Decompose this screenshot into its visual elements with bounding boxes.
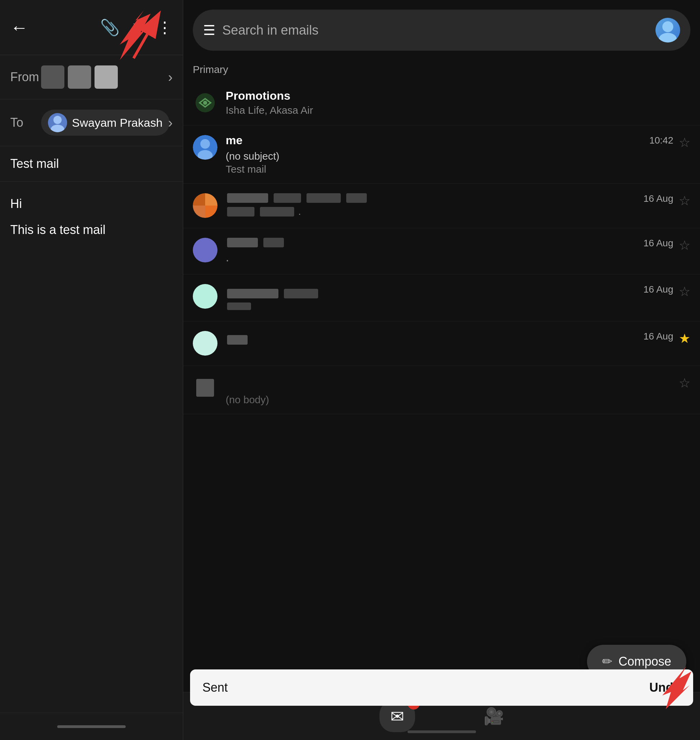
- toolbar-actions: 📎 ➤ ⋮: [100, 18, 173, 37]
- svg-rect-19: [196, 379, 214, 397]
- star-icon-2[interactable]: ☆: [679, 193, 690, 208]
- user-avatar[interactable]: [656, 18, 680, 43]
- email-item-me[interactable]: me (no subject) Test mail 10:42 ☆: [183, 125, 700, 184]
- section-primary-label: Primary: [183, 60, 700, 81]
- svg-point-6: [659, 33, 677, 43]
- svg-rect-14: [193, 206, 205, 218]
- svg-rect-12: [193, 193, 205, 206]
- email-time-3: 16 Aug: [644, 238, 673, 249]
- svg-rect-13: [205, 193, 218, 206]
- compose-label: Compose: [619, 655, 671, 669]
- from-avatar-3: [94, 65, 118, 89]
- star-icon-3[interactable]: ☆: [679, 238, 690, 253]
- email-time-2: 16 Aug: [644, 193, 673, 204]
- email-item-5[interactable]: 16 Aug ★: [183, 321, 700, 366]
- bottom-handle: [57, 725, 126, 728]
- blurred-preview-4a: [227, 302, 251, 310]
- to-field-row: To Swayam Prakash ›: [0, 99, 183, 146]
- blurred-sender-4a: [227, 289, 278, 298]
- blurred-preview-2b: [260, 207, 294, 217]
- from-label: From: [10, 70, 41, 84]
- svg-rect-17: [193, 284, 218, 309]
- email-content-5: [226, 330, 638, 350]
- email-time-5: 16 Aug: [644, 331, 673, 342]
- search-bar[interactable]: ☰ Search in emails: [193, 10, 690, 51]
- from-avatar-2: [68, 65, 91, 89]
- blurred-sender-2d: [346, 193, 367, 203]
- email-time-4: 16 Aug: [644, 284, 673, 295]
- email-time-me: 10:42: [649, 135, 673, 146]
- more-options-icon[interactable]: ⋮: [157, 18, 173, 37]
- email-content-3: .: [226, 236, 638, 266]
- email-preview-me: Test mail: [226, 164, 644, 175]
- email-avatar-5: [193, 331, 218, 355]
- svg-point-10: [200, 139, 210, 149]
- body-line1: Hi: [10, 194, 173, 214]
- compose-icon: ✏: [602, 655, 612, 669]
- from-field-row: From ›: [0, 55, 183, 99]
- snackbar-text: Sent: [202, 680, 228, 695]
- email-content-2: .: [226, 192, 638, 219]
- svg-point-5: [662, 21, 673, 32]
- promotions-preview: Isha Life, Akasa Air: [226, 105, 690, 116]
- body-line2: This is a test mail: [10, 220, 173, 240]
- menu-icon[interactable]: ☰: [203, 22, 215, 38]
- from-avatars[interactable]: [41, 65, 118, 89]
- email-item-2[interactable]: . 16 Aug ☆: [183, 184, 700, 228]
- star-icon-5[interactable]: ★: [679, 331, 690, 346]
- email-item-3[interactable]: . 16 Aug ☆: [183, 228, 700, 274]
- to-field-content: Swayam Prakash: [41, 110, 173, 136]
- undo-button[interactable]: Undo: [649, 680, 681, 695]
- blurred-sender-5: [227, 335, 248, 345]
- email-subject-me: (no subject): [226, 150, 279, 162]
- email-body[interactable]: Hi This is a test mail: [0, 181, 183, 713]
- svg-point-8: [203, 101, 207, 105]
- mail-icon: ✉: [390, 708, 404, 725]
- promotions-sender: Promotions: [226, 89, 690, 102]
- send-icon[interactable]: ➤: [132, 19, 144, 36]
- svg-point-4: [51, 125, 65, 132]
- blurred-sender-4b: [284, 289, 318, 298]
- email-item-4[interactable]: 16 Aug ☆: [183, 274, 700, 321]
- search-placeholder: Search in emails: [222, 23, 649, 38]
- dot-3: .: [226, 250, 229, 264]
- star-icon-4[interactable]: ☆: [679, 284, 690, 299]
- email-content-me: me (no subject) Test mail: [226, 134, 644, 175]
- svg-point-3: [53, 116, 62, 124]
- attach-icon[interactable]: 📎: [100, 18, 119, 37]
- promotions-avatar: [193, 90, 218, 115]
- svg-rect-16: [193, 238, 218, 262]
- svg-rect-15: [205, 206, 218, 218]
- subject-text: Test mail: [10, 156, 59, 171]
- to-chevron-icon[interactable]: ›: [168, 115, 173, 131]
- email-sender-me: me: [226, 134, 243, 147]
- bottom-handle-right: [407, 730, 476, 733]
- email-avatar-4: [193, 284, 218, 309]
- blurred-sender-3a: [227, 238, 258, 248]
- blurred-preview-2a: [227, 207, 254, 217]
- from-chevron-icon[interactable]: ›: [168, 69, 173, 85]
- email-item-6[interactable]: (no body) ☆: [183, 366, 700, 414]
- recipient-avatar: [48, 113, 67, 132]
- email-content-4: [226, 283, 638, 313]
- video-nav-item[interactable]: 🎥: [484, 707, 504, 726]
- inbox-panel: ☰ Search in emails Primary: [183, 0, 700, 740]
- compose-panel: ← 📎 ➤ ⋮ From › To: [0, 0, 183, 740]
- promotions-content: Promotions Isha Life, Akasa Air: [226, 89, 690, 116]
- snackbar: Sent Undo: [190, 669, 693, 706]
- video-icon: 🎥: [484, 707, 504, 725]
- to-label: To: [10, 115, 41, 130]
- back-button[interactable]: ←: [10, 19, 28, 36]
- subject-row[interactable]: Test mail: [0, 146, 183, 181]
- star-icon-me[interactable]: ☆: [679, 135, 690, 150]
- blurred-sender-3b: [263, 238, 284, 248]
- compose-toolbar: ← 📎 ➤ ⋮: [0, 0, 183, 55]
- recipient-chip[interactable]: Swayam Prakash: [41, 110, 169, 136]
- email-avatar-6: [193, 376, 218, 400]
- email-avatar-me: [193, 135, 218, 160]
- svg-rect-18: [193, 331, 218, 355]
- email-list: Promotions Isha Life, Akasa Air me (no s…: [183, 81, 700, 692]
- promotions-item[interactable]: Promotions Isha Life, Akasa Air: [183, 81, 700, 125]
- compose-bottom-bar: [0, 713, 183, 740]
- star-icon-6[interactable]: ☆: [679, 376, 690, 391]
